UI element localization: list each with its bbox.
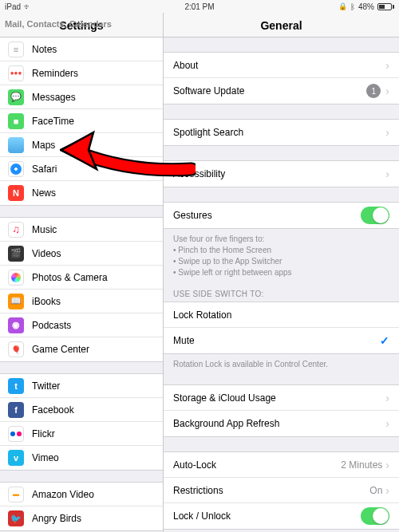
orientation-lock-icon: 🔒 [338,2,347,10]
row-bg-refresh[interactable]: Background App Refresh› [164,411,399,436]
row-about[interactable]: About› [164,53,399,78]
gestures-hint: Use four or five fingers to: • Pinch to … [164,229,399,278]
row-label: Gestures [173,210,361,221]
videos-icon: 🎬 [8,246,24,262]
clock: 2:01 PM [184,2,214,11]
detail-pane: General About› Software Update1› Spotlig… [164,13,399,532]
sidebar-item-twitter[interactable]: tTwitter [0,374,163,398]
sidebar-item-facetime[interactable]: ■FaceTime [0,109,163,133]
settings-sidebar: Mail, Contacts, Calendars Settings ≡Note… [0,13,164,532]
sidebar-group-4: ▬Amazon Video 🐦Angry Birds [0,482,163,531]
lock-unlock-toggle[interactable] [361,507,389,525]
maps-icon [8,137,24,153]
row-lock-unlock[interactable]: Lock / Unlock [164,503,399,529]
gestures-toggle[interactable] [361,207,389,224]
row-software-update[interactable]: Software Update1› [164,78,399,104]
sidebar-item-angrybirds[interactable]: 🐦Angry Birds [0,506,163,530]
sidebar-item-maps[interactable]: Maps [0,133,163,157]
row-storage[interactable]: Storage & iCloud Usage› [164,385,399,411]
section-side-switch: Lock Rotation Mute✓ [164,301,399,354]
sidebar-item-label: Safari [32,164,57,175]
chevron-right-icon: › [385,126,389,139]
twitter-icon: t [8,378,24,394]
sidebar-item-music[interactable]: ♫Music [0,218,163,242]
flickr-icon [8,426,24,442]
sidebar-item-vimeo[interactable]: vVimeo [0,446,163,470]
safari-icon [8,161,24,177]
row-spotlight[interactable]: Spotlight Search› [164,120,399,145]
chevron-right-icon: › [385,85,389,97]
sidebar-item-amazon[interactable]: ▬Amazon Video [0,483,163,506]
sidebar-item-label: Reminders [32,68,78,79]
sidebar-item-label: Photos & Camera [32,272,108,283]
sidebar-item-label: Amazon Video [32,489,94,500]
sidebar-item-gamecenter[interactable]: 🎈Game Center [0,337,163,361]
row-label: Accessibility [173,168,385,179]
restrictions-value: On [369,485,382,496]
rotation-footer: Rotation Lock is available in Control Ce… [164,354,399,370]
sidebar-item-label: Flickr [32,428,55,439]
row-label: Storage & iCloud Usage [173,392,385,404]
sidebar-item-reminders[interactable]: ●●●Reminders [0,61,163,85]
sidebar-item-news[interactable]: NNews [0,181,163,205]
sidebar-item-label: News [32,187,56,199]
row-label: Restrictions [173,485,369,496]
news-icon: N [8,185,24,201]
checkmark-icon: ✓ [380,334,389,347]
chevron-right-icon: › [385,167,389,180]
side-switch-header: USE SIDE SWITCH TO: [164,278,399,301]
sidebar-item-label: Vimeo [32,452,59,463]
sidebar-group-1: ≡Notes ●●●Reminders 💬Messages ■FaceTime … [0,37,163,206]
sidebar-item-label: Twitter [32,380,60,392]
notes-icon: ≡ [8,41,24,57]
row-label: Lock / Unlock [173,510,361,522]
autolock-value: 2 Minutes [341,459,382,471]
row-gestures[interactable]: Gestures [164,203,399,228]
chevron-right-icon: › [385,417,389,430]
sidebar-item-label: Notes [32,44,57,55]
section-spotlight: Spotlight Search› [164,119,399,146]
chevron-right-icon: › [385,459,389,471]
sidebar-item-label: Messages [32,92,76,103]
chevron-right-icon: › [385,59,389,72]
row-label: Mute [173,335,380,346]
status-bar: iPad ᯤ 2:01 PM 🔒 ᛒ 48% [0,0,399,13]
battery-percent: 48% [358,2,374,11]
chevron-right-icon: › [385,484,389,497]
sidebar-item-safari[interactable]: Safari [0,157,163,181]
podcasts-icon: ◉ [8,317,24,333]
reminders-icon: ●●● [8,65,24,81]
sidebar-item-podcasts[interactable]: ◉Podcasts [0,313,163,337]
sidebar-item-videos[interactable]: 🎬Videos [0,242,163,266]
section-accessibility: Accessibility› [164,160,399,187]
sidebar-item-notes[interactable]: ≡Notes [0,37,163,61]
facetime-icon: ■ [8,113,24,129]
sidebar-item-label: Podcasts [32,320,71,331]
row-lock-rotation[interactable]: Lock Rotation [164,302,399,328]
row-label: Lock Rotation [173,309,389,321]
section-gestures: Gestures [164,202,399,229]
facebook-icon: f [8,402,24,418]
sidebar-item-photos[interactable]: Photos & Camera [0,266,163,290]
row-autolock[interactable]: Auto-Lock2 Minutes› [164,452,399,478]
sidebar-item-ibooks[interactable]: 📖iBooks [0,290,163,313]
sidebar-item-messages[interactable]: 💬Messages [0,85,163,109]
sidebar-item-label: Videos [32,248,61,259]
sidebar-item-label: Maps [32,140,55,151]
messages-icon: 💬 [8,89,24,105]
sidebar-item-facebook[interactable]: fFacebook [0,398,163,422]
sidebar-item-flickr[interactable]: Flickr [0,422,163,446]
row-mute[interactable]: Mute✓ [164,328,399,353]
wifi-icon: ᯤ [24,2,32,11]
bluetooth-icon: ᛒ [350,2,355,11]
row-restrictions[interactable]: RestrictionsOn› [164,478,399,503]
row-label: About [173,60,385,71]
detail-title: General [164,13,399,37]
ibooks-icon: 📖 [8,294,24,309]
row-accessibility[interactable]: Accessibility› [164,161,399,187]
section-lock: Auto-Lock2 Minutes› RestrictionsOn› Lock… [164,451,399,530]
vimeo-icon: v [8,450,24,466]
sidebar-item-label: iBooks [32,296,61,307]
sidebar-item-label: FaceTime [32,116,74,127]
gamecenter-icon: 🎈 [8,341,24,357]
